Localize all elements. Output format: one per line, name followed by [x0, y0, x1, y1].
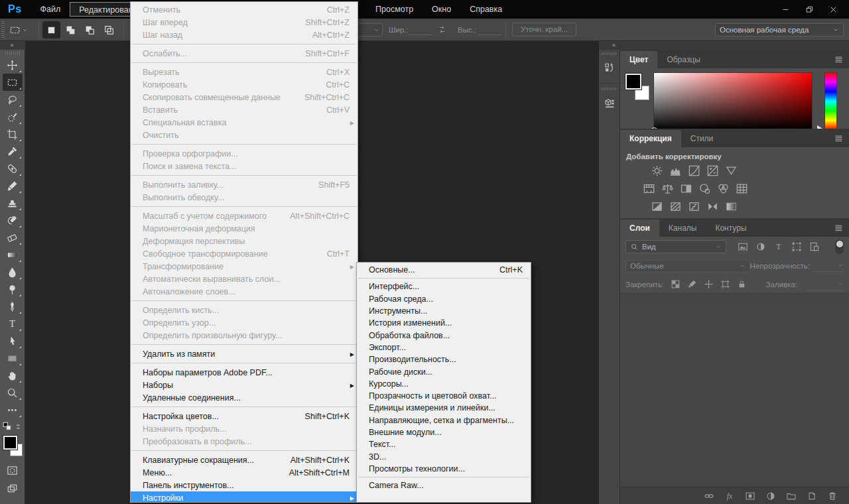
preferences-submenu-item-1[interactable]: Интерфейс... [357, 281, 531, 292]
tool-preset-picker[interactable] [9, 22, 37, 38]
edit-toolbar-button[interactable] [3, 401, 23, 418]
tab-Каналы[interactable]: Каналы [659, 220, 706, 237]
move-tool[interactable] [3, 56, 23, 74]
fill-dropdown[interactable] [805, 279, 844, 290]
eyedropper-tool[interactable] [3, 143, 23, 160]
preferences-submenu-item-13[interactable]: Внешние модули... [357, 426, 531, 438]
adj-threshold-icon[interactable] [688, 200, 700, 213]
shape-tool[interactable] [3, 349, 23, 367]
mask-icon[interactable] [744, 490, 756, 502]
select-subtract-button[interactable] [81, 21, 99, 38]
edit-menu-item-26[interactable]: Наборы▶ [131, 379, 358, 391]
tab-Слои[interactable]: Слои [620, 220, 659, 237]
options-bar-grip[interactable] [1, 21, 5, 38]
menubar-item[interactable]: Просмотр [366, 2, 423, 17]
adj-hue-saturation-icon[interactable] [643, 182, 655, 195]
workspace-switcher[interactable]: Основная рабочая среда [715, 23, 844, 36]
adj-brightness-icon[interactable] [651, 164, 663, 177]
edit-menu-item-34[interactable]: Настройки▶ [131, 491, 358, 503]
history-brush-tool[interactable] [3, 212, 23, 229]
preferences-submenu-item-14[interactable]: Текст... [357, 438, 531, 450]
adj-color-lookup-icon[interactable] [736, 182, 748, 195]
tab-Коррекция[interactable]: Коррекция [620, 130, 681, 147]
lock-pixels-icon[interactable] [686, 279, 698, 290]
panel-menu-icon[interactable] [834, 223, 844, 233]
tab-Цвет[interactable]: Цвет [620, 51, 657, 68]
swap-dimensions-icon[interactable] [436, 24, 448, 35]
tab-Контуры[interactable]: Контуры [706, 220, 755, 237]
select-new-button[interactable] [42, 21, 60, 38]
lock-transparent-icon[interactable] [669, 279, 681, 290]
edit-menu-item-28[interactable]: Настройка цветов...Shift+Ctrl+K [131, 410, 358, 422]
hand-tool[interactable] [3, 367, 23, 384]
eraser-tool[interactable] [3, 229, 23, 246]
tools-panel-grip[interactable] [5, 52, 20, 55]
adj-curves-icon[interactable] [688, 164, 700, 177]
adj-invert-icon[interactable] [651, 200, 663, 213]
preferences-submenu-item-0[interactable]: Основные...Ctrl+K [357, 264, 531, 276]
select-add-button[interactable] [62, 21, 80, 38]
adj-vibrance-icon[interactable] [725, 164, 738, 177]
width-input[interactable] [409, 25, 432, 35]
filter-image-icon[interactable] [736, 241, 750, 253]
edit-menu-item-31[interactable]: Клавиатурные сокращения...Alt+Shift+Ctrl… [131, 454, 358, 466]
select-intersect-button[interactable] [100, 21, 118, 38]
preferences-submenu-item-5[interactable]: Обработка файлов... [357, 329, 531, 341]
quick-selection-tool[interactable] [3, 108, 23, 125]
link-icon[interactable] [703, 490, 715, 502]
foreground-color-swatch[interactable] [3, 436, 17, 450]
edit-menu-item-33[interactable]: Панель инструментов... [131, 479, 358, 491]
blend-mode-dropdown[interactable]: Обычные [625, 260, 750, 273]
dodge-tool[interactable] [3, 281, 23, 298]
height-input[interactable] [478, 25, 501, 35]
layer-filter-kind-dropdown[interactable]: Вид [625, 240, 726, 253]
edit-menu-item-32[interactable]: Меню...Alt+Shift+Ctrl+M [131, 466, 358, 479]
saturation-brightness-field[interactable] [653, 72, 813, 131]
opacity-dropdown[interactable] [813, 260, 844, 272]
crop-tool[interactable] [3, 125, 23, 143]
preferences-submenu-item-16[interactable]: Просмотры технологии... [357, 463, 531, 475]
window-minimize-button[interactable] [773, 0, 797, 19]
tools-panel-expand[interactable]: » [0, 41, 25, 50]
adj-channel-mixer-icon[interactable] [717, 182, 730, 195]
adj-levels-icon[interactable] [669, 164, 682, 177]
adjustment-icon[interactable] [765, 490, 777, 502]
history-panel-button[interactable] [599, 56, 620, 79]
clone-stamp-tool[interactable] [3, 194, 23, 212]
preferences-submenu-item-7[interactable]: Производительность... [357, 353, 531, 365]
tab-Образцы[interactable]: Образцы [657, 51, 709, 68]
filter-smartobject-icon[interactable] [808, 241, 821, 253]
adj-selective-color-icon[interactable] [725, 200, 738, 213]
adj-color-balance-icon[interactable] [661, 182, 674, 195]
gradient-tool[interactable] [3, 246, 23, 263]
panel-menu-icon[interactable] [834, 133, 844, 143]
foreground-color-swatch[interactable] [625, 74, 641, 90]
panel-menu-icon[interactable] [834, 54, 844, 64]
blur-tool[interactable] [3, 263, 23, 281]
lock-position-icon[interactable] [702, 279, 714, 290]
path-selection-tool[interactable] [3, 332, 23, 349]
brush-tool[interactable] [3, 177, 23, 194]
preferences-submenu-item-8[interactable]: Рабочие диски... [357, 365, 531, 377]
menubar-item[interactable]: Окно [423, 2, 460, 17]
trash-icon[interactable] [826, 490, 838, 502]
type-tool[interactable]: T [3, 315, 23, 332]
3d-panel-button[interactable] [599, 92, 620, 114]
new-layer-icon[interactable] [806, 490, 818, 502]
quick-mask-button[interactable] [3, 462, 23, 478]
preferences-submenu-item-10[interactable]: Прозрачность и цветовой охват... [357, 390, 531, 402]
group-icon[interactable] [785, 490, 797, 502]
adj-photo-filter-icon[interactable] [698, 182, 711, 195]
default-colors-icon[interactable] [3, 422, 12, 431]
preferences-submenu-item-11[interactable]: Единицы измерения и линейки... [357, 402, 531, 414]
fx-icon[interactable]: fx [724, 490, 736, 502]
healing-brush-tool[interactable] [3, 160, 23, 177]
zoom-tool[interactable] [3, 384, 23, 401]
window-close-button[interactable] [821, 0, 845, 19]
tab-Стили[interactable]: Стили [681, 130, 723, 147]
rectangular-marquee-tool[interactable] [3, 74, 23, 91]
preferences-submenu-item-4[interactable]: История изменений... [357, 317, 531, 329]
lock-artboard-icon[interactable] [719, 279, 731, 290]
edit-menu-item-27[interactable]: Удаленные соединения... [131, 391, 358, 404]
adj-gradient-map-icon[interactable] [706, 200, 719, 213]
